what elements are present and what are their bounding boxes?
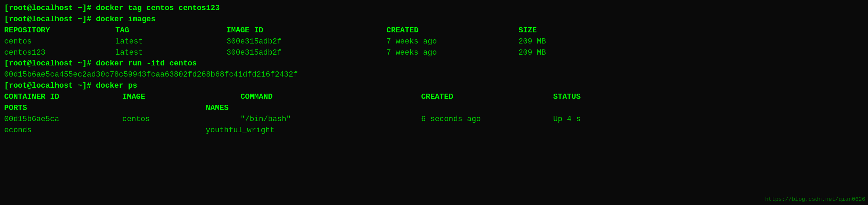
images-row2-size: 209 MB	[518, 47, 623, 58]
ps-row1-image: centos	[122, 114, 240, 125]
ps-row2-names: youthful_wright	[206, 125, 275, 136]
container-hash: 00d15b6ae5ca455ec2ad30c78c59943fcaa63802…	[4, 69, 864, 80]
ps-table-header-2: PORTS NAMES	[4, 103, 864, 114]
command-line-3: [root@localhost ~]# docker run -itd cent…	[4, 58, 864, 69]
images-row-2: centos123 latest 300e315adb2f 7 weeks ag…	[4, 47, 864, 58]
images-row-1: centos latest 300e315adb2f 7 weeks ago 2…	[4, 36, 864, 47]
ps-header-names: NAMES	[206, 103, 345, 114]
images-row1-tag: latest	[115, 36, 227, 47]
ps-row1-status: Up 4 s	[553, 114, 637, 125]
ps-header-ports-indent: PORTS	[4, 103, 206, 114]
images-header-size: SIZE	[518, 25, 623, 36]
images-header-repository: REPOSITORY	[4, 25, 115, 36]
images-row1-created: 7 weeks ago	[386, 36, 518, 47]
command-line-2: [root@localhost ~]# docker images	[4, 14, 864, 25]
images-row1-id: 300e315adb2f	[227, 36, 386, 47]
images-row1-repo: centos	[4, 36, 115, 47]
ps-row1-containerid: 00d15b6ae5ca	[4, 114, 122, 125]
ps-row2-econds: econds	[4, 125, 206, 136]
ps-table-header-1: CONTAINER ID IMAGE COMMAND CREATED STATU…	[4, 92, 864, 103]
ps-header-created: CREATED	[421, 92, 553, 103]
images-table-header: REPOSITORY TAG IMAGE ID CREATED SIZE	[4, 25, 864, 36]
images-row2-repo: centos123	[4, 47, 115, 58]
images-header-created: CREATED	[386, 25, 518, 36]
images-row2-tag: latest	[115, 47, 227, 58]
command-line-4: [root@localhost ~]# docker ps	[4, 80, 864, 92]
images-header-tag: TAG	[115, 25, 227, 36]
terminal: [root@localhost ~]# docker tag centos ce…	[4, 3, 864, 136]
images-row1-size: 209 MB	[518, 36, 623, 47]
ps-row1-created: 6 seconds ago	[421, 114, 553, 125]
images-header-imageid: IMAGE ID	[227, 25, 386, 36]
images-row2-created: 7 weeks ago	[386, 47, 518, 58]
ps-header-image: IMAGE	[122, 92, 240, 103]
images-row2-id: 300e315adb2f	[227, 47, 386, 58]
ps-header-containerid: CONTAINER ID	[4, 92, 122, 103]
watermark-url: https://blog.csdn.net/qian0626	[765, 196, 865, 204]
ps-row1-command: "/bin/bash"	[240, 114, 421, 125]
ps-row-1: 00d15b6ae5ca centos "/bin/bash" 6 second…	[4, 114, 864, 125]
ps-row-2: econds youthful_wright	[4, 125, 864, 136]
ps-header-status: STATUS	[553, 92, 637, 103]
ps-header-command: COMMAND	[240, 92, 421, 103]
command-line-1: [root@localhost ~]# docker tag centos ce…	[4, 3, 864, 14]
